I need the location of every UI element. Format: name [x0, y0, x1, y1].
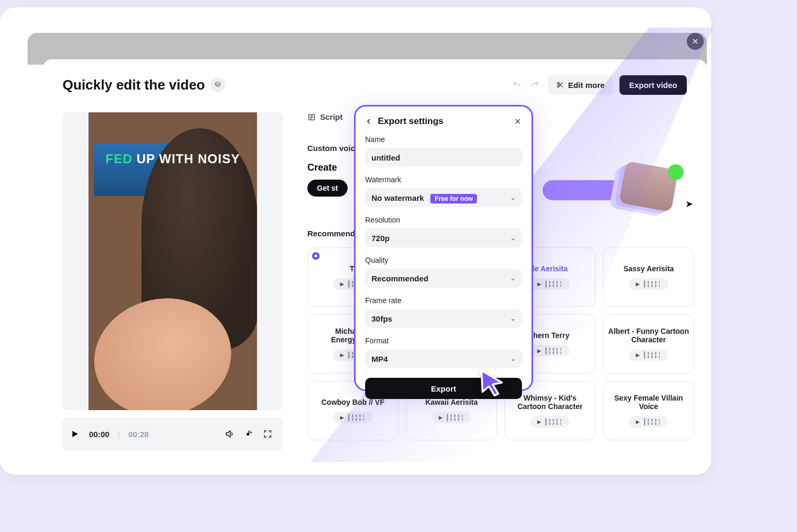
page-header: Quickly edit the video Edit more Export … [63, 72, 687, 97]
format-label: Format [365, 336, 522, 345]
close-icon [691, 37, 699, 46]
caption-rest: UP WITH NOISY [132, 152, 240, 166]
modal-close-button[interactable] [513, 117, 522, 126]
voice-name: Cowboy Bob // VF [322, 398, 385, 406]
export-video-button[interactable]: Export video [619, 75, 687, 95]
voice-preview-button[interactable]: ┃╏╏╏╎ [629, 278, 668, 290]
framerate-value: 30fps [371, 314, 392, 323]
video-column: FED UP WITH NOISY 00:00 | 00:28 [63, 112, 283, 450]
header-actions: Edit more Export video [512, 75, 687, 95]
voice-card[interactable]: Sexy Female Villain Voice ┃╏╏╏╎ [603, 381, 694, 440]
redo-button[interactable] [530, 80, 542, 90]
play-button[interactable] [70, 429, 83, 439]
voice-preview-button[interactable]: ┃╏╏╏╎ [629, 349, 668, 361]
modal-back-button[interactable] [365, 118, 373, 125]
chevron-down-icon: ⌄ [510, 315, 516, 322]
free-badge: Free for now [430, 194, 477, 203]
voice-name: Kawaii Aerisita [425, 398, 477, 406]
caption-highlight: FED [105, 152, 132, 166]
promo-cursor-icon: ➤ [685, 198, 693, 210]
watermark-select[interactable]: No watermark Free for now ⌄ [365, 188, 522, 207]
voice-preview-button[interactable]: ┃╏╏╏╎ [530, 345, 570, 357]
scissors-icon [556, 81, 564, 88]
modal-export-button[interactable]: Export [365, 378, 522, 399]
create-left: Create Get st [307, 162, 348, 197]
modal-export-label: Export [431, 384, 456, 393]
voice-preview-button[interactable]: ┃╏╏╏╎ [530, 416, 570, 428]
voice-name: Sexy Female Villain Voice [608, 394, 689, 411]
format-select[interactable]: MP4 ⌄ [365, 349, 522, 368]
voice-card[interactable]: Sassy Aerisita ┃╏╏╏╎ [603, 247, 694, 307]
chevron-down-icon: ⌄ [510, 355, 516, 362]
get-started-label: Get st [317, 184, 338, 192]
format-value: MP4 [371, 354, 388, 363]
quality-label: Quality [365, 256, 522, 264]
voice-preview-button[interactable]: ┃╏╏╏╎ [530, 278, 570, 290]
close-overlay-button[interactable] [687, 33, 704, 50]
watermark-value: No watermark [371, 193, 424, 202]
modal-title: Export settings [378, 116, 444, 127]
export-settings-modal: Export settings Name untitled Watermark … [354, 105, 533, 391]
quality-value: Recommended [371, 274, 429, 283]
voice-card[interactable]: Albert - Funny Cartoon Character ┃╏╏╏╎ [603, 314, 694, 374]
promo-badge [668, 164, 684, 180]
resolution-value: 720p [371, 234, 389, 243]
time-sep: | [118, 430, 120, 439]
duration: 00:28 [128, 430, 148, 439]
watermark-label: Watermark [365, 175, 522, 184]
video-content: FED UP WITH NOISY [88, 112, 257, 410]
watermark-row: No watermark Free for now [371, 193, 477, 202]
name-value: untitled [371, 153, 400, 162]
resolution-select[interactable]: 720p ⌄ [365, 228, 522, 247]
resolution-label: Resolution [365, 216, 522, 224]
video-caption: FED UP WITH NOISY [88, 152, 257, 166]
voice-name: Sassy Aerisita [623, 264, 674, 273]
voice-preview-button[interactable]: ┃╏╏╏╎ [629, 416, 668, 428]
voice-name: Whimsy - Kid's Cartoon Character [509, 394, 591, 411]
promo-illustration: ➤ [537, 162, 686, 213]
voice-name: thern Terry [531, 331, 570, 340]
edit-more-button[interactable]: Edit more [548, 75, 613, 95]
quality-select[interactable]: Recommended ⌄ [365, 269, 522, 288]
voice-name: Albert - Funny Cartoon Character [608, 327, 689, 344]
voice-preview-button[interactable]: ┃╏╏╏╎ [432, 412, 471, 423]
framerate-label: Frame rate [365, 296, 522, 305]
create-label: Create [307, 162, 348, 173]
name-input[interactable]: untitled [365, 148, 522, 167]
chevron-down-icon: ⌄ [510, 274, 516, 282]
chevron-down-icon: ⌄ [510, 234, 516, 242]
page-title-wrap: Quickly edit the video [63, 77, 225, 93]
video-preview[interactable]: FED UP WITH NOISY [63, 112, 283, 410]
tiktok-icon[interactable] [244, 429, 256, 439]
script-icon [307, 113, 316, 121]
edit-more-label: Edit more [568, 81, 605, 90]
selected-indicator [312, 252, 320, 260]
voice-preview-button[interactable]: ┃╏╏╏╎ [333, 412, 373, 423]
layers-icon[interactable] [210, 77, 225, 92]
undo-button[interactable] [512, 80, 524, 90]
name-label: Name [365, 135, 522, 144]
volume-button[interactable] [225, 429, 237, 439]
chevron-down-icon: ⌄ [510, 194, 516, 201]
current-time: 00:00 [89, 430, 109, 439]
framerate-select[interactable]: 30fps ⌄ [365, 309, 522, 328]
page-title: Quickly edit the video [63, 77, 205, 93]
script-tab-label: Script [320, 112, 343, 121]
modal-header: Export settings [365, 116, 522, 127]
voice-name: le Aerisita [533, 264, 568, 273]
fullscreen-button[interactable] [263, 429, 276, 439]
export-video-label: Export video [629, 81, 677, 90]
player-bar: 00:00 | 00:28 [63, 418, 283, 450]
get-started-button[interactable]: Get st [307, 180, 348, 197]
